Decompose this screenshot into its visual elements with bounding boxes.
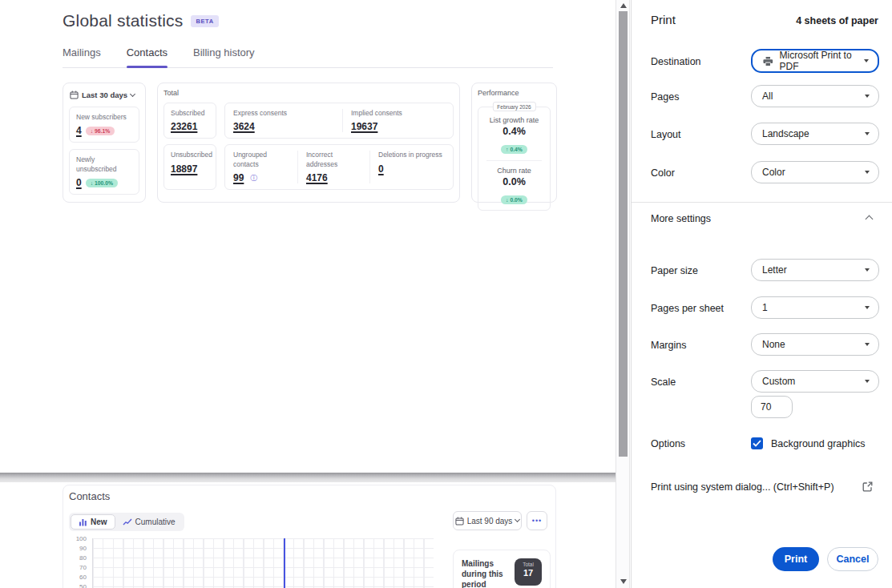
stat-value-link: 4176 <box>306 172 328 183</box>
summary-title: Mailings during this period <box>462 558 513 588</box>
background-graphics-checkbox[interactable] <box>751 437 763 449</box>
caret-icon <box>865 380 870 383</box>
pages-per-sheet-select[interactable]: 1 <box>751 296 879 319</box>
chevron-down-icon <box>130 91 135 96</box>
stat-value-link: 23261 <box>171 121 197 132</box>
month-tag: February 2026 <box>492 102 535 111</box>
background-graphics-label[interactable]: Background graphics <box>771 438 865 449</box>
print-button[interactable]: Print <box>773 547 819 571</box>
color-label: Color <box>651 167 675 179</box>
chart-grid <box>92 538 434 588</box>
toggle-cumulative: Cumulative <box>115 514 183 530</box>
unsubscribed-card: Unsubscribed 18897 <box>163 144 216 190</box>
y-axis-tick: 60 <box>67 574 87 581</box>
arrow-up-icon: ↑ <box>506 147 508 152</box>
stat-label: List growth rate <box>482 116 547 124</box>
scale-label: Scale <box>651 377 676 388</box>
stat-label: Unsubscribed <box>171 151 209 159</box>
stat-label: Express consents <box>233 109 334 118</box>
stat-value-link: 99 <box>233 172 244 183</box>
options-label: Options <box>651 438 685 449</box>
color-select[interactable]: Color <box>751 161 879 183</box>
toggle-label: Cumulative <box>135 518 176 526</box>
pages-per-sheet-label: Pages per sheet <box>651 303 724 314</box>
period-label: Last 30 days <box>82 91 127 99</box>
y-axis-tick: 100 <box>67 535 87 542</box>
section-label: Performance <box>478 89 551 97</box>
color-value: Color <box>762 167 785 178</box>
subscribed-card: Subscribed 23261 <box>163 103 216 139</box>
express-consents-col: Express consents 3624 <box>225 109 342 132</box>
scroll-down-arrow-icon[interactable] <box>620 579 627 584</box>
preview-page-2: Contacts New Cumulative Last 90 days •••… <box>0 482 616 588</box>
caret-icon <box>865 132 870 135</box>
stat-value-link: 18897 <box>171 163 197 175</box>
bar-chart-icon <box>79 518 87 526</box>
period-label: Last 90 days <box>467 517 513 526</box>
margins-label: Margins <box>651 340 686 351</box>
chevron-down-icon <box>515 517 520 522</box>
stat-label: Newly unsubscribed <box>76 155 120 174</box>
toggle-new: New <box>71 514 115 530</box>
more-settings-toggle[interactable]: More settings <box>651 213 711 224</box>
destination-value: Microsoft Print to PDF <box>780 50 864 72</box>
delta-badge: ↑ 0.4% <box>501 145 527 154</box>
page-title-text: Global statistics <box>63 11 183 30</box>
cancel-button[interactable]: Cancel <box>827 547 878 571</box>
stat-value-link: 4 <box>76 125 82 136</box>
stat-label: Incorrect addresses <box>306 151 361 169</box>
section-label: Total <box>163 89 454 97</box>
caret-icon <box>865 306 870 309</box>
paper-size-select[interactable]: Letter <box>751 259 879 281</box>
pages-value: All <box>762 91 773 102</box>
line-chart-icon <box>123 518 132 526</box>
delta-badge: ↓ 100.0% <box>86 179 118 187</box>
system-dialog-link[interactable]: Print using system dialog... (Ctrl+Shift… <box>651 481 834 493</box>
delta-badge: ↓ 96.1% <box>86 127 115 135</box>
period-selector: Last 30 days <box>69 89 139 99</box>
layout-select[interactable]: Landscape <box>751 123 879 145</box>
stat-label: New subscribers <box>76 113 132 122</box>
destination-select[interactable]: Microsoft Print to PDF <box>751 49 879 73</box>
stat-value: 0.0% <box>482 176 547 187</box>
arrow-down-icon: ↓ <box>91 180 93 186</box>
preview-scrollbar[interactable] <box>616 0 630 588</box>
stat-value-link: 0 <box>76 177 82 188</box>
total-value: 17 <box>515 568 542 578</box>
y-axis-tick: 80 <box>67 554 87 562</box>
toggle-label: New <box>91 518 107 526</box>
margins-select[interactable]: None <box>751 333 879 356</box>
total-label: Total <box>515 562 542 567</box>
scrollbar-thumb[interactable] <box>619 11 628 457</box>
delta-value: 100.0% <box>95 180 113 186</box>
new-subscribers-card: New subscribers 4 ↓ 96.1% <box>69 107 139 143</box>
other-contacts-card: Ungrouped contacts 99ⓘ Incorrect address… <box>224 144 454 190</box>
chart-view-toggle: New Cumulative <box>69 513 184 531</box>
layout-value: Landscape <box>762 128 809 139</box>
stat-label: Subscribed <box>171 109 209 118</box>
external-link-icon[interactable] <box>862 481 873 495</box>
caret-icon <box>864 59 869 62</box>
scale-select[interactable]: Custom <box>751 370 879 393</box>
page-separator <box>0 473 616 482</box>
margins-value: None <box>762 339 785 350</box>
performance-section: Performance February 2026 List growth ra… <box>471 83 557 203</box>
chart-cursor-line <box>284 538 285 588</box>
chevron-up-icon[interactable] <box>866 215 874 224</box>
stat-value-link: 19637 <box>351 121 377 132</box>
performance-card: February 2026 List growth rate 0.4% ↑ 0.… <box>478 107 551 211</box>
total-stats-section: Total Subscribed 23261 Express consents … <box>157 83 460 203</box>
delta-value: 96.1% <box>95 128 110 134</box>
arrow-down-icon: ↓ <box>506 197 508 203</box>
recent-stats-section: Last 30 days New subscribers 4 ↓ 96.1% N… <box>63 83 146 203</box>
pages-select[interactable]: All <box>751 85 879 107</box>
paper-size-value: Letter <box>762 264 787 276</box>
divider <box>632 202 892 203</box>
scale-custom-input[interactable] <box>751 396 793 418</box>
stat-label: Implied consents <box>351 109 402 118</box>
destination-label: Destination <box>651 56 701 67</box>
scroll-up-arrow-icon[interactable] <box>620 3 627 8</box>
caret-icon <box>865 171 870 174</box>
panel-title: Print <box>651 13 676 26</box>
print-settings-panel: Print 4 sheets of paper Destination Micr… <box>631 0 892 588</box>
